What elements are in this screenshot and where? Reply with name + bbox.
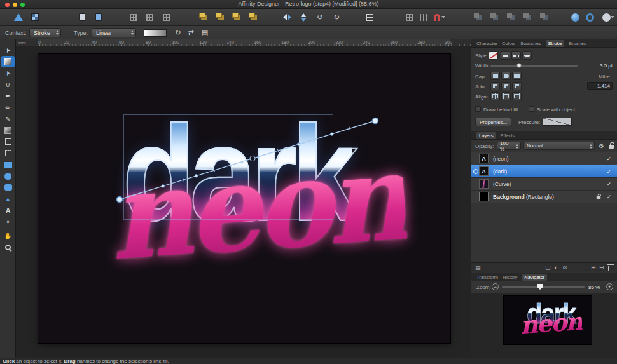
zoom-value[interactable]: 86 % <box>588 285 600 290</box>
layer-visibility-check[interactable]: ✓ <box>606 181 611 187</box>
cap-butt-button[interactable] <box>490 72 500 80</box>
tab-history[interactable]: History <box>503 274 517 280</box>
mask-layer-icon[interactable]: ▢ <box>545 264 551 271</box>
gear-icon[interactable]: ⚙ <box>599 142 604 149</box>
tab-effects[interactable]: Effects <box>501 133 515 138</box>
gradient-preview[interactable] <box>144 29 167 37</box>
layer-visibility-check[interactable]: ✓ <box>606 194 611 200</box>
layer-lock-icon[interactable] <box>597 196 600 199</box>
layer-name[interactable]: (dark) <box>493 168 507 175</box>
width-slider-track[interactable] <box>490 65 578 67</box>
lock-icon[interactable] <box>609 145 614 149</box>
canvas[interactable]: dark neon <box>16 46 471 358</box>
snapping-chevron-icon[interactable] <box>440 10 447 24</box>
join-miter-button[interactable] <box>490 82 500 90</box>
layers-stack-icon[interactable]: ▤ <box>475 264 481 271</box>
vector-crop-tool[interactable] <box>0 147 16 159</box>
boolean-add-icon[interactable] <box>471 10 485 24</box>
adjustment-layer-icon[interactable]: ◐ <box>554 264 557 271</box>
align-outside-button[interactable] <box>512 92 522 100</box>
align-centre-button[interactable] <box>490 92 500 100</box>
rotate-ccw-icon[interactable]: ↺ <box>313 10 327 24</box>
snap-to-guides-icon[interactable] <box>142 10 156 24</box>
context-dropdown[interactable]: Stroke <box>29 28 61 37</box>
back-one-icon[interactable] <box>214 10 228 24</box>
flip-vertical-icon[interactable] <box>296 10 310 24</box>
layer-visibility-check[interactable]: ✓ <box>606 168 611 175</box>
cap-square-button[interactable] <box>512 72 522 80</box>
reverse-gradient-icon[interactable]: ⇄ <box>186 28 196 37</box>
zoom-slider-track[interactable] <box>502 286 585 288</box>
boolean-divide-icon[interactable] <box>520 10 534 24</box>
pen-tool[interactable]: ✒ <box>0 90 16 102</box>
opacity-dropdown[interactable]: 100 % <box>497 142 521 150</box>
zoom-out-button[interactable]: − <box>492 283 499 290</box>
gradient-type-dropdown[interactable]: Linear <box>92 28 136 37</box>
view-tool[interactable]: ✋ <box>0 230 16 241</box>
move-tool[interactable]: ➤ <box>0 44 16 56</box>
tab-colour[interactable]: Colour <box>502 41 516 46</box>
boolean-combine-icon[interactable] <box>537 10 551 24</box>
export-persona-icon[interactable] <box>75 10 89 24</box>
flip-horizontal-icon[interactable] <box>280 10 294 24</box>
artboard[interactable]: dark neon <box>38 54 450 343</box>
rectangle-tool[interactable] <box>0 159 16 170</box>
corner-tool[interactable]: ∪ <box>0 79 16 90</box>
blend-mode-dropdown[interactable]: Normal <box>523 142 595 150</box>
properties-button[interactable]: Properties... <box>475 118 511 126</box>
tab-swatches[interactable]: Swatches <box>520 41 541 46</box>
boolean-intersect-icon[interactable] <box>504 10 518 24</box>
rounded-rectangle-tool[interactable] <box>0 182 16 193</box>
layer-row-neon[interactable]: A (neon) ✓ <box>471 152 617 165</box>
forward-one-icon[interactable] <box>230 10 244 24</box>
scale-with-object-checkbox[interactable] <box>529 106 534 112</box>
gradient-options-icon[interactable]: ▤ <box>200 28 210 37</box>
draw-behind-fill-checkbox[interactable] <box>475 106 481 112</box>
designer-persona-icon[interactable] <box>11 10 25 24</box>
horizontal-ruler[interactable]: mm 0 20 40 60 80 100 120 140 160 180 200… <box>16 39 471 46</box>
mitre-value-field[interactable]: 1.414 <box>587 82 613 90</box>
tab-navigator[interactable]: Navigator <box>522 274 547 281</box>
rotate-cw-icon[interactable]: ↻ <box>329 10 343 24</box>
layer-row-curve[interactable]: (Curve) ✓ <box>471 178 617 191</box>
ellipse-tool[interactable] <box>0 170 16 182</box>
zoom-slider-handle[interactable] <box>537 284 543 290</box>
width-value[interactable]: 3.5 pt <box>600 63 613 69</box>
zoom-tool[interactable] <box>0 241 16 253</box>
align-inside-button[interactable] <box>501 92 511 100</box>
stroke-style-brush-button[interactable] <box>522 51 532 60</box>
fx-icon[interactable]: fx <box>563 264 567 270</box>
pencil-tool[interactable]: ✏ <box>0 102 16 113</box>
join-bevel-button[interactable] <box>512 82 522 90</box>
move-to-front-icon[interactable] <box>247 10 261 24</box>
tab-layers[interactable]: Layers <box>476 132 496 139</box>
rotate-gradient-icon[interactable]: ↻ <box>173 28 183 37</box>
move-to-back-icon[interactable] <box>197 10 211 24</box>
fill-tool[interactable] <box>1 56 15 67</box>
stroke-style-dash-button[interactable] <box>511 51 521 60</box>
join-round-button[interactable] <box>501 82 511 90</box>
cap-round-button[interactable] <box>501 72 511 80</box>
navigator-thumbnail[interactable]: dark neon <box>503 295 592 345</box>
boolean-subtract-icon[interactable] <box>487 10 501 24</box>
pressure-profile[interactable] <box>543 118 572 126</box>
layer-row-dark[interactable]: A (dark) ✓ <box>471 165 617 178</box>
node-tool[interactable]: ➤ <box>0 67 16 79</box>
stroke-style-solid-button[interactable] <box>501 51 510 60</box>
crop-tool[interactable] <box>0 136 16 147</box>
place-image-icon[interactable] <box>92 10 106 24</box>
snap-to-objects-icon[interactable] <box>159 10 173 24</box>
layer-name[interactable]: Background (Rectangle) <box>493 194 554 200</box>
tab-character[interactable]: Character <box>476 41 497 46</box>
width-slider-handle[interactable] <box>516 63 522 68</box>
layer-name[interactable]: (neon) <box>493 156 509 162</box>
colour-picker-tool[interactable]: ✧ <box>0 216 16 227</box>
tab-stroke[interactable]: Stroke <box>546 40 565 47</box>
triangle-tool[interactable]: ▲ <box>0 193 16 205</box>
show-grid-icon[interactable] <box>402 10 416 24</box>
pixel-persona-icon[interactable] <box>28 10 42 24</box>
add-layer-icon[interactable]: ⊞ <box>591 264 596 271</box>
stroke-style-none-button[interactable] <box>489 51 498 60</box>
column-guides-icon[interactable] <box>416 10 430 24</box>
brush-tool[interactable]: ✎ <box>0 113 16 125</box>
